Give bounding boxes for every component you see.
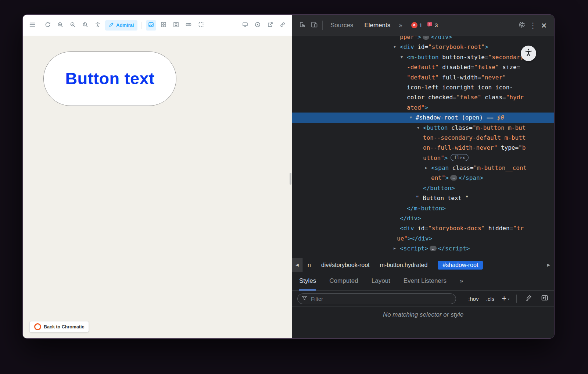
issues-badge[interactable]: 3 bbox=[427, 21, 438, 29]
devtools-tab-elements[interactable]: Elements bbox=[359, 15, 396, 36]
breadcrumb-item-clipped[interactable]: n bbox=[308, 262, 311, 268]
inline-expand-button[interactable]: … bbox=[423, 36, 430, 40]
dom-tree-line[interactable]: ated"> bbox=[292, 103, 554, 113]
open-external-icon bbox=[267, 22, 273, 29]
sidebar-toggle-button[interactable] bbox=[27, 20, 37, 31]
styles-pane-tab-event-listeners[interactable]: Event Listeners bbox=[404, 271, 447, 291]
story-button[interactable]: Button text bbox=[43, 51, 176, 106]
dom-tree-line[interactable]: <div id="storybook-docs" hidden="tr bbox=[292, 223, 554, 233]
viewport-size-button[interactable] bbox=[240, 20, 250, 31]
zoom-in-button[interactable] bbox=[55, 20, 65, 31]
breadcrumb-item-m-button-hydrated[interactable]: m-button.hydrated bbox=[380, 262, 428, 268]
toggle-element-state-button[interactable]: :hov bbox=[468, 296, 478, 302]
breadcrumb-scroll-left-button[interactable]: ◀ bbox=[292, 258, 302, 272]
dom-tree-line-selected[interactable]: ▾#shadow-root (open) == $0 bbox=[292, 113, 554, 122]
inline-expand-button[interactable]: … bbox=[430, 246, 437, 251]
error-count: 1 bbox=[419, 22, 422, 28]
theme-switcher-button[interactable]: Admiral bbox=[105, 20, 137, 31]
dom-tree-line[interactable]: ▸<span class="m-button__cont bbox=[292, 163, 554, 173]
ruler-toggle-button[interactable] bbox=[183, 20, 194, 31]
close-panel-button[interactable] bbox=[252, 20, 263, 31]
code-token: button-style= bbox=[439, 54, 488, 61]
computed-sidebar-toggle-button[interactable] bbox=[540, 294, 549, 303]
close-devtools-button[interactable]: × bbox=[538, 20, 550, 31]
devtools-tab-sources[interactable]: Sources bbox=[325, 15, 359, 36]
close-circle-icon bbox=[255, 22, 261, 29]
code-token: type= bbox=[497, 144, 519, 151]
code-token: > bbox=[485, 43, 488, 50]
collapse-arrow-icon[interactable]: ▾ bbox=[394, 42, 396, 52]
device-toolbar-button[interactable] bbox=[308, 19, 320, 31]
inspect-element-button[interactable] bbox=[297, 19, 308, 31]
pane-scrollbar-thumb[interactable] bbox=[290, 173, 291, 185]
dom-tree-line[interactable]: ▾<div id="storybook-root"> bbox=[292, 42, 554, 52]
console-errors-badge[interactable]: × 1 bbox=[411, 22, 422, 28]
collapse-arrow-icon[interactable]: ▾ bbox=[410, 113, 412, 122]
rendering-emulations-button[interactable] bbox=[524, 294, 533, 303]
styles-pane-tab-layout[interactable]: Layout bbox=[372, 271, 390, 291]
code-token: <div bbox=[400, 225, 414, 232]
expand-arrow-icon[interactable]: ▸ bbox=[425, 163, 427, 173]
dom-tree-line[interactable]: ▾<m-button button-style="secondary bbox=[292, 52, 554, 62]
dom-tree-line[interactable]: color checked="false" class="hydr bbox=[292, 92, 554, 102]
dom-tree-line[interactable]: ent">…</span> bbox=[292, 173, 554, 183]
new-style-rule-button[interactable]: +▾ bbox=[502, 295, 509, 303]
expand-arrow-icon[interactable]: ▸ bbox=[394, 243, 396, 253]
dom-tree-line[interactable]: pper">…</div> bbox=[292, 36, 554, 42]
code-token: ton--secondary-default m-butt bbox=[423, 134, 526, 141]
code-token: <span bbox=[431, 164, 449, 171]
code-token: > bbox=[444, 154, 448, 161]
inline-expand-button[interactable]: … bbox=[450, 175, 457, 181]
dom-tree-line[interactable]: ▸<script>…</script> bbox=[292, 243, 554, 253]
measure-toggle-button[interactable] bbox=[196, 20, 206, 31]
dom-tree-line[interactable]: </m-button> bbox=[292, 203, 554, 213]
devtools-menu-button[interactable]: ⋮ bbox=[528, 21, 538, 30]
dom-tree-line[interactable]: ton--secondary-default m-butt bbox=[292, 133, 554, 143]
chromatic-logo-icon bbox=[34, 323, 41, 330]
dom-tree-line[interactable]: </button> bbox=[292, 183, 554, 193]
grid-toggle-button[interactable] bbox=[158, 20, 169, 31]
outline-icon bbox=[173, 22, 179, 29]
code-token: "storybook-root" bbox=[428, 43, 485, 50]
change-background-button[interactable] bbox=[146, 20, 156, 31]
collapse-arrow-icon[interactable]: ▾ bbox=[417, 123, 419, 133]
styles-pane-more-tabs-button[interactable]: » bbox=[460, 277, 464, 285]
filter-text-field[interactable] bbox=[310, 295, 452, 302]
dom-tree-line[interactable]: "default" full-width="never" bbox=[292, 72, 554, 82]
flex-badge[interactable]: flex bbox=[451, 154, 468, 161]
dom-tree-line[interactable]: </div> bbox=[292, 213, 554, 223]
accessibility-vision-button[interactable] bbox=[93, 20, 103, 31]
breadcrumb-item--shadow-root[interactable]: #shadow-root bbox=[438, 261, 483, 270]
breadcrumb-item-div-storybook-root[interactable]: div#storybook-root bbox=[321, 262, 370, 268]
dom-tree-line[interactable]: utton">flex bbox=[292, 153, 554, 163]
back-to-chromatic-button[interactable]: Back to Chromatic bbox=[29, 321, 89, 332]
zoom-out-button[interactable] bbox=[68, 20, 78, 31]
code-token: <div bbox=[400, 43, 414, 50]
element-classes-button[interactable]: .cls bbox=[486, 296, 495, 302]
more-tabs-button[interactable]: » bbox=[396, 22, 406, 29]
zoom-reset-icon bbox=[82, 22, 88, 29]
zoom-reset-button[interactable] bbox=[80, 20, 90, 31]
code-token: hidden= bbox=[485, 225, 513, 232]
code-token: > bbox=[445, 174, 449, 181]
dom-tree-line[interactable]: " Button text " bbox=[292, 193, 554, 203]
devtools-settings-button[interactable] bbox=[516, 19, 528, 31]
breadcrumb-scroll-right-button[interactable]: ▶ bbox=[543, 263, 554, 267]
dom-tree-line[interactable]: icon-left iconright icon icon- bbox=[292, 82, 554, 92]
open-canvas-new-tab-button[interactable] bbox=[265, 20, 275, 31]
dom-tree-line[interactable]: ue"></div> bbox=[292, 234, 554, 243]
code-token: icon-left iconright icon icon- bbox=[407, 84, 513, 91]
styles-pane-tab-computed[interactable]: Computed bbox=[329, 271, 358, 291]
dom-tree-line[interactable]: on--full-width-never" type="b bbox=[292, 143, 554, 153]
collapse-arrow-icon[interactable]: ▾ bbox=[401, 52, 403, 62]
dom-tree-line[interactable]: -default" disabled="false" size= bbox=[292, 62, 554, 72]
outline-toggle-button[interactable] bbox=[171, 20, 181, 31]
copy-canvas-link-button[interactable] bbox=[277, 20, 288, 31]
sidebar-panel-icon bbox=[541, 294, 548, 303]
dom-tree-line[interactable]: ▾<button class="m-button m-but bbox=[292, 123, 554, 133]
styles-filter-input[interactable] bbox=[297, 293, 456, 304]
styles-pane-tab-styles[interactable]: Styles bbox=[299, 271, 316, 291]
code-token: "tr bbox=[513, 225, 524, 232]
remount-button[interactable] bbox=[43, 20, 53, 31]
code-token: "default" bbox=[407, 74, 439, 81]
